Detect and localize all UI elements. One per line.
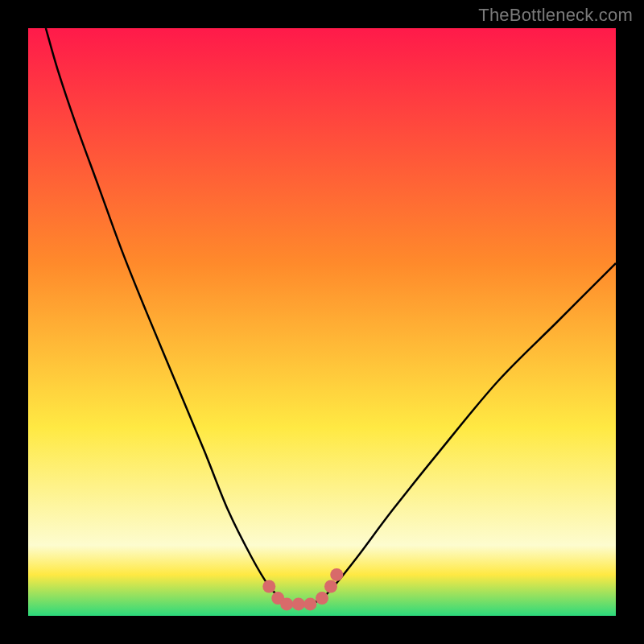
highlight-dot [292,597,305,610]
outer-frame: TheBottleneck.com [0,0,644,644]
highlight-dot [280,597,293,610]
watermark-text: TheBottleneck.com [478,5,633,26]
chart-svg [28,28,616,616]
highlight-dot [303,597,316,610]
bottleneck-curve [46,28,616,605]
highlight-dot [316,592,328,605]
highlight-dot [262,580,275,593]
highlight-dot [330,568,343,581]
plot-area [28,28,616,616]
highlight-dot [324,580,337,593]
